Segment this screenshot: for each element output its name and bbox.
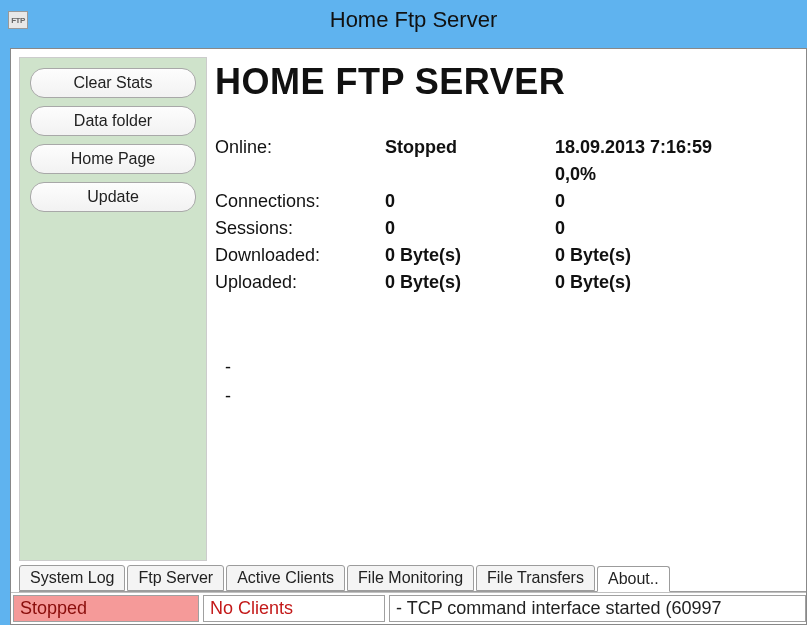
status-server-state: Stopped: [13, 595, 199, 622]
online-time: 18.09.2013 7:16:59: [555, 137, 806, 158]
tab-file-transfers[interactable]: File Transfers: [476, 565, 595, 591]
downloaded-label: Downloaded:: [215, 245, 385, 266]
tab-system-log[interactable]: System Log: [19, 565, 125, 591]
sidebar: Clear Stats Data folder Home Page Update: [19, 57, 207, 561]
uploaded-label: Uploaded:: [215, 272, 385, 293]
tabs-row: System Log Ftp Server Active Clients Fil…: [11, 561, 806, 591]
sessions-value: 0: [385, 218, 555, 239]
sessions-right: 0: [555, 218, 806, 239]
connections-label: Connections:: [215, 191, 385, 212]
online-label: Online:: [215, 137, 385, 158]
sessions-label: Sessions:: [215, 218, 385, 239]
status-bar: Stopped No Clients - TCP command interfa…: [11, 592, 806, 624]
downloaded-right: 0 Byte(s): [555, 245, 806, 266]
tab-file-monitoring[interactable]: File Monitoring: [347, 565, 474, 591]
data-folder-button[interactable]: Data folder: [30, 106, 196, 136]
update-button[interactable]: Update: [30, 182, 196, 212]
main-area: Clear Stats Data folder Home Page Update…: [11, 49, 806, 561]
dash-item: -: [225, 382, 806, 411]
dash-list: - -: [215, 353, 806, 411]
status-clients: No Clients: [203, 595, 385, 622]
dash-item: -: [225, 353, 806, 382]
app-icon: FTP: [8, 11, 28, 29]
downloaded-value: 0 Byte(s): [385, 245, 555, 266]
connections-right: 0: [555, 191, 806, 212]
content-panel: HOME FTP SERVER Online: Stopped 18.09.20…: [215, 57, 806, 561]
window-title: Home Ftp Server: [28, 7, 799, 33]
connections-value: 0: [385, 191, 555, 212]
clear-stats-button[interactable]: Clear Stats: [30, 68, 196, 98]
tab-ftp-server[interactable]: Ftp Server: [127, 565, 224, 591]
status-log-line: - TCP command interface started (60997: [389, 595, 806, 622]
titlebar: FTP Home Ftp Server: [0, 0, 807, 40]
home-page-button[interactable]: Home Page: [30, 144, 196, 174]
uploaded-right: 0 Byte(s): [555, 272, 806, 293]
percent-value: 0,0%: [555, 164, 806, 185]
tab-active-clients[interactable]: Active Clients: [226, 565, 345, 591]
uploaded-value: 0 Byte(s): [385, 272, 555, 293]
client-area: Clear Stats Data folder Home Page Update…: [10, 48, 807, 625]
app-title: HOME FTP SERVER: [215, 61, 806, 103]
online-value: Stopped: [385, 137, 555, 158]
tab-about[interactable]: About..: [597, 566, 670, 592]
stats-grid: Online: Stopped 18.09.2013 7:16:59 0,0% …: [215, 137, 806, 293]
